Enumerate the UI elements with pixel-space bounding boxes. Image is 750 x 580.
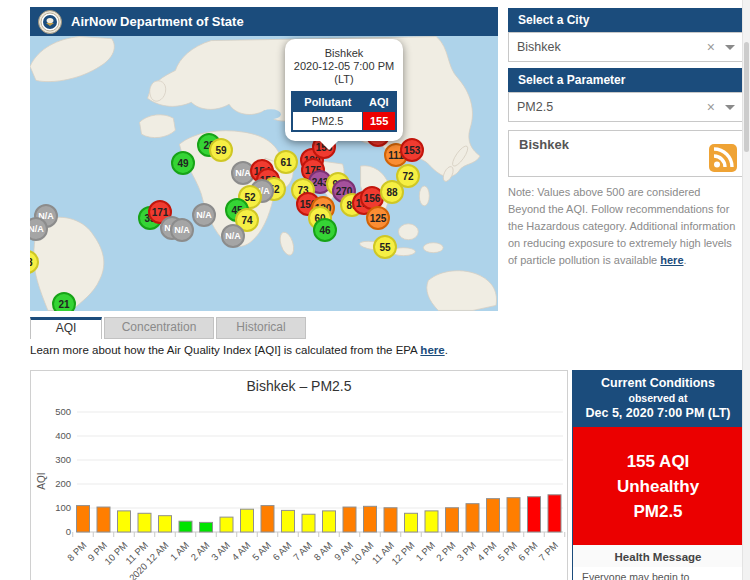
page: AirNow Department of State [0,0,750,580]
popup-pollutant-value: PM2.5 [292,112,363,132]
parameter-select[interactable]: PM2.5 × [508,92,744,122]
rss-icon[interactable] [709,144,737,172]
chart-bar[interactable] [118,511,131,532]
scrollbar-thumb[interactable] [744,42,749,152]
chart-bar[interactable] [528,497,541,532]
map-marker[interactable]: 61 [274,150,298,174]
map-marker[interactable]: 46 [313,218,337,242]
y-axis-tick: 100 [55,502,71,513]
chart-bar[interactable] [487,499,500,532]
map-marker[interactable]: 55 [373,235,397,259]
chart-panel: Bishkek – PM2.5 0100200300400500AQI8 PM9… [30,370,568,580]
note-suffix: . [684,254,687,266]
x-axis-label: 1 AM [168,540,191,563]
cc-title: Current Conditions [575,376,741,390]
x-axis-label: 10 AM [349,540,376,567]
cc-observed-at: observed at [575,392,741,404]
chart-bar[interactable] [446,508,459,532]
y-axis-tick: 400 [55,430,71,441]
aqi-bar-chart: 0100200300400500AQI8 PM9 PM10 PM11 PMDec… [33,393,567,580]
chart-bar[interactable] [200,522,213,532]
map-marker[interactable]: N/A [192,203,216,227]
clear-city-icon[interactable]: × [707,39,715,55]
clear-parameter-icon[interactable]: × [707,99,715,115]
tab-historical[interactable]: Historical [216,317,306,339]
chart-bar[interactable] [425,511,438,532]
aqi-alert-box: 155 AQI Unhealthy PM2.5 [573,427,743,545]
chart-bar[interactable] [97,507,110,532]
map-marker[interactable]: 125 [366,206,390,230]
learn-more-text: Learn more about how the Air Quality Ind… [30,344,448,356]
parameter-select-value: PM2.5 [517,100,707,114]
chart-bar[interactable] [323,511,336,532]
health-message-header: Health Message [573,545,743,567]
map-marker[interactable]: 59 [209,138,233,162]
popup-col-pollutant: Pollutant [292,92,363,112]
x-axis-label: 4 AM [229,540,252,563]
chart-bar[interactable] [241,509,254,532]
health-message-text: Everyone may begin to experience health … [573,567,743,580]
x-axis-label: 3 AM [209,540,232,563]
map-marker[interactable]: N/A [170,218,194,242]
app-title: AirNow Department of State [71,14,244,29]
chart-bar[interactable] [507,498,520,532]
x-axis-label: 8 PM [65,540,89,564]
popup-city: Bishkek [291,47,397,60]
chart-bar[interactable] [364,506,377,532]
chart-bar[interactable] [179,521,192,532]
chart-bar[interactable] [138,513,151,532]
tab-aqi[interactable]: AQI [30,317,102,339]
y-axis-tick: 0 [66,526,71,537]
parameter-card: Select a Parameter PM2.5 × [508,68,744,122]
cc-datetime: Dec 5, 2020 7:00 PM (LT) [575,406,741,420]
note-prefix: Note: Values above 500 are considered Be… [508,186,735,266]
x-axis-label: 12 PM [389,540,416,567]
chart-bar[interactable] [282,510,295,532]
chart-bar[interactable] [466,504,479,532]
chart-bar[interactable] [261,506,274,532]
map-marker[interactable]: 49 [171,151,195,175]
chart-bar[interactable] [220,517,233,532]
map-marker[interactable]: 153 [400,138,424,162]
chart-bar[interactable] [343,507,356,532]
cc-pollutant: PM2.5 [573,499,743,524]
y-axis-label: AQI [36,472,47,489]
map[interactable]: N/AN/A6821492859N/A15415652N/A524574N/A3… [30,36,498,311]
x-axis-label: 10 PM [102,540,129,567]
x-axis-label: 6 AM [270,540,293,563]
city-card: Select a City Bishkek × [508,8,744,62]
popup-col-aqi: AQI [363,92,396,112]
chart-title: Bishkek – PM2.5 [31,378,567,394]
x-axis-label: 8 AM [311,540,334,563]
chart-bar[interactable] [159,516,172,532]
y-axis-tick: 500 [55,406,71,417]
note-here-link[interactable]: here [660,254,683,266]
map-popup: Bishkek 2020-12-05 7:00 PM (LT) Pollutan… [285,39,403,141]
cc-aqi-value: 155 AQI [573,449,743,474]
chevron-down-icon[interactable] [725,45,735,50]
popup-table: Pollutant AQI PM2.5 155 [291,91,397,132]
x-axis-label: 7 PM [536,540,560,564]
popup-timezone: (LT) [291,73,397,86]
map-marker[interactable]: 88 [380,180,404,204]
x-axis-label: 4 PM [475,540,499,564]
map-marker[interactable]: N/A [221,224,245,248]
tab-bar: AQIConcentrationHistorical [30,317,308,339]
popup-aqi-value: 155 [363,112,396,132]
epa-here-link[interactable]: here [420,344,444,356]
x-axis-label: 1 PM [413,540,437,564]
y-axis-tick: 300 [55,454,71,465]
chart-bar[interactable] [548,495,561,532]
x-axis-label: 5 AM [250,540,273,563]
chart-bar[interactable] [384,508,397,532]
scrollbar-track[interactable] [742,0,750,580]
chart-bar[interactable] [77,506,90,532]
map-marker[interactable]: 21 [52,292,76,311]
popup-datetime: 2020-12-05 7:00 PM [291,60,397,73]
x-axis-label: 5 PM [495,540,519,564]
city-select[interactable]: Bishkek × [508,32,744,62]
chevron-down-icon[interactable] [725,105,735,110]
chart-bar[interactable] [302,514,315,532]
chart-bar[interactable] [405,513,418,532]
tab-concentration[interactable]: Concentration [104,317,214,339]
